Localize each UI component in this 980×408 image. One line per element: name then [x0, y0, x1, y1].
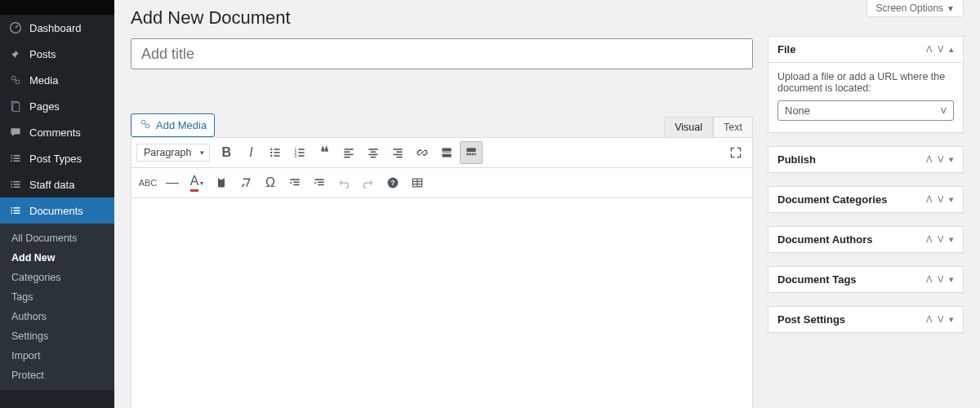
- sidebar-item-staff-data[interactable]: Staff data: [0, 171, 114, 197]
- authors-panel-title: Document Authors: [777, 233, 873, 246]
- toggle-icon[interactable]: ▴: [949, 44, 954, 55]
- post-settings-panel-header[interactable]: Post Settings ᐱᐯ▾: [768, 307, 963, 332]
- svg-rect-29: [394, 154, 403, 156]
- sidebar-item-post-types[interactable]: Post Types: [0, 145, 114, 171]
- read-more-button[interactable]: [435, 141, 458, 164]
- svg-rect-8: [274, 149, 280, 150]
- paste-text-button[interactable]: [210, 171, 233, 194]
- toggle-icon[interactable]: ▾: [949, 234, 954, 245]
- svg-rect-26: [371, 157, 376, 158]
- horizontal-rule-button[interactable]: —: [161, 171, 184, 194]
- move-down-icon[interactable]: ᐯ: [938, 194, 944, 205]
- submenu-settings[interactable]: Settings: [0, 326, 114, 346]
- submenu-tags[interactable]: Tags: [0, 287, 114, 307]
- submenu-all-documents[interactable]: All Documents: [0, 228, 114, 248]
- toggle-icon[interactable]: ▾: [949, 194, 954, 205]
- move-down-icon[interactable]: ᐯ: [938, 274, 944, 285]
- align-center-button[interactable]: [362, 141, 385, 164]
- add-media-button[interactable]: Add Media: [131, 113, 215, 137]
- submenu-import[interactable]: Import: [0, 346, 114, 366]
- sidebar-label: Pages: [29, 100, 60, 113]
- help-button[interactable]: ?: [381, 171, 404, 194]
- move-down-icon[interactable]: ᐯ: [938, 154, 944, 165]
- move-up-icon[interactable]: ᐱ: [926, 194, 933, 205]
- post-settings-panel-title: Post Settings: [777, 313, 845, 326]
- svg-rect-38: [474, 153, 476, 155]
- text-color-button[interactable]: A▾: [185, 171, 208, 194]
- italic-button[interactable]: I: [239, 141, 262, 164]
- editor-content-area[interactable]: [131, 198, 752, 408]
- svg-rect-14: [299, 149, 305, 150]
- submenu-add-new[interactable]: Add New: [0, 248, 114, 268]
- move-down-icon[interactable]: ᐯ: [938, 44, 944, 55]
- table-button[interactable]: [406, 171, 429, 194]
- submenu-authors[interactable]: Authors: [0, 307, 114, 326]
- file-panel-title: File: [777, 43, 795, 55]
- sidebar-item-dashboard[interactable]: Dashboard: [0, 15, 114, 41]
- toggle-icon[interactable]: ▾: [949, 314, 954, 325]
- move-up-icon[interactable]: ᐱ: [926, 44, 933, 55]
- file-panel-header[interactable]: File ᐱ ᐯ ▴: [768, 37, 963, 62]
- sidebar-item-media[interactable]: Media: [0, 67, 114, 93]
- document-title-input[interactable]: [131, 38, 753, 69]
- move-up-icon[interactable]: ᐱ: [926, 154, 933, 165]
- admin-sidebar: Dashboard Posts Media Pages Comments Pos…: [0, 0, 114, 408]
- svg-rect-34: [467, 148, 476, 152]
- toggle-icon[interactable]: ▾: [949, 274, 954, 285]
- media-icon: [139, 118, 152, 133]
- sidebar-item-pages[interactable]: Pages: [0, 93, 114, 119]
- svg-rect-27: [394, 149, 403, 150]
- align-left-button[interactable]: [337, 141, 360, 164]
- file-type-select[interactable]: None ᐯ: [777, 100, 954, 121]
- tags-panel: Document Tags ᐱᐯ▾: [768, 266, 964, 293]
- categories-panel: Document Categories ᐱᐯ▾: [768, 186, 964, 213]
- format-select[interactable]: Paragraph: [136, 144, 210, 162]
- sidebar-item-documents[interactable]: Documents: [0, 197, 114, 224]
- bold-button[interactable]: B: [215, 141, 238, 164]
- sidebar-menu: Dashboard Posts Media Pages Comments Pos…: [0, 15, 114, 224]
- screen-options-button[interactable]: Screen Options ▼: [866, 0, 964, 17]
- special-char-button[interactable]: Ω: [259, 171, 282, 194]
- publish-panel-header[interactable]: Publish ᐱᐯ▾: [768, 147, 963, 172]
- tags-panel-title: Document Tags: [777, 273, 857, 286]
- file-panel: File ᐱ ᐯ ▴ Upload a file or add a URL wh…: [768, 36, 964, 133]
- media-icon: [8, 73, 23, 87]
- submenu-protect[interactable]: Protect: [0, 366, 114, 385]
- redo-button[interactable]: [357, 171, 380, 194]
- svg-rect-45: [318, 181, 323, 183]
- sidebar-label: Post Types: [29, 153, 82, 165]
- move-up-icon[interactable]: ᐱ: [926, 234, 933, 245]
- authors-panel-header[interactable]: Document Authors ᐱᐯ▾: [768, 227, 963, 252]
- svg-rect-36: [470, 153, 471, 155]
- fullscreen-button[interactable]: [724, 141, 747, 164]
- blockquote-button[interactable]: ❝: [313, 141, 336, 164]
- tab-text[interactable]: Text: [713, 117, 753, 137]
- sidebar-label: Dashboard: [29, 22, 82, 34]
- move-down-icon[interactable]: ᐯ: [938, 234, 944, 245]
- move-up-icon[interactable]: ᐱ: [926, 274, 933, 285]
- sidebar-label: Posts: [29, 48, 56, 60]
- sidebar-item-comments[interactable]: Comments: [0, 119, 114, 145]
- numbered-list-button[interactable]: 123: [288, 141, 311, 164]
- submenu-categories[interactable]: Categories: [0, 268, 114, 287]
- toolbar-toggle-button[interactable]: [460, 141, 483, 164]
- clear-formatting-button[interactable]: [234, 171, 257, 194]
- move-up-icon[interactable]: ᐱ: [926, 314, 933, 325]
- post-settings-panel: Post Settings ᐱᐯ▾: [768, 306, 964, 333]
- toggle-icon[interactable]: ▾: [949, 154, 954, 165]
- svg-rect-35: [467, 153, 469, 155]
- bullet-list-button[interactable]: [264, 141, 287, 164]
- tags-panel-header[interactable]: Document Tags ᐱᐯ▾: [768, 267, 963, 292]
- indent-button[interactable]: [308, 171, 331, 194]
- svg-rect-30: [397, 157, 403, 158]
- strikethrough-button[interactable]: ABC: [136, 171, 159, 194]
- sidebar-item-posts[interactable]: Posts: [0, 41, 114, 67]
- tab-visual[interactable]: Visual: [664, 117, 713, 137]
- move-down-icon[interactable]: ᐯ: [938, 314, 944, 325]
- categories-panel-header[interactable]: Document Categories ᐱᐯ▾: [768, 187, 963, 212]
- svg-rect-23: [369, 149, 378, 150]
- outdent-button[interactable]: [283, 171, 306, 194]
- undo-button[interactable]: [332, 171, 355, 194]
- align-right-button[interactable]: [386, 141, 409, 164]
- link-button[interactable]: [411, 141, 434, 164]
